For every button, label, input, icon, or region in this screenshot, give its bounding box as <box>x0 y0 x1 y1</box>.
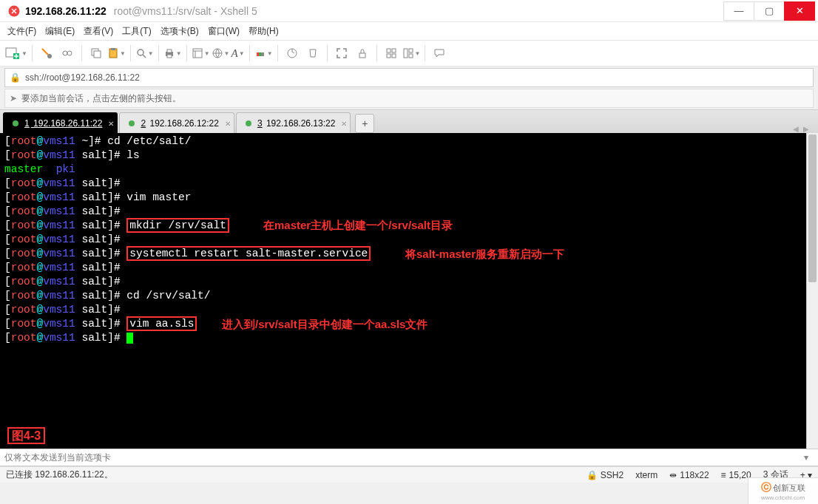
title-main: 192.168.26.11:22 <box>25 5 107 17</box>
close-icon[interactable]: ✕ <box>108 119 114 127</box>
send-input[interactable] <box>4 452 799 463</box>
status-ssh: 🔒 SSH2 <box>587 470 623 480</box>
svg-rect-7 <box>94 51 101 58</box>
properties-button[interactable]: ▼ <box>192 47 210 59</box>
tab-strip: 1 192.168.26.11:22 ✕ 2 192.168.26.12:22 … <box>0 109 818 133</box>
chat-button[interactable] <box>430 43 449 64</box>
svg-rect-14 <box>193 49 202 58</box>
titlebar: 192.168.26.11:22 root@vms11:/srv/salt - … <box>0 0 818 22</box>
status-dot-icon <box>129 120 135 126</box>
svg-rect-17 <box>257 52 259 56</box>
new-session-button[interactable]: ▼ <box>4 46 27 61</box>
title-sub: root@vms11:/srv/salt - Xshell 5 <box>114 5 257 17</box>
maximize-button[interactable]: ▢ <box>754 1 785 21</box>
menubar: 文件(F) 编辑(E) 查看(V) 工具(T) 选项卡(B) 窗口(W) 帮助(… <box>0 22 818 40</box>
status-term: xterm <box>635 470 658 480</box>
svg-point-3 <box>47 54 52 58</box>
menu-tools[interactable]: 工具(T) <box>122 25 151 38</box>
svg-rect-24 <box>392 54 396 58</box>
status-size: ⇹ 118x22 <box>669 470 709 480</box>
svg-rect-23 <box>387 54 391 58</box>
terminal[interactable]: [root@vms11 ~]# cd /etc/salt/[root@vms11… <box>0 133 806 449</box>
tab-nav: ◀ ▶ <box>793 125 815 133</box>
status-dot-icon <box>246 120 251 126</box>
paste-button[interactable]: ▼ <box>107 47 126 59</box>
watermark: ⓒ创新互联 www.cdcxhl.com <box>748 477 818 504</box>
terminal-scrollbar[interactable] <box>806 133 818 449</box>
toolbar: ▼ ▼ ▼ ▼ ▼ ▼ A▼ ▼ ▼ <box>0 40 818 67</box>
fullscreen-button[interactable] <box>332 43 351 64</box>
window-controls: — ▢ ✕ <box>724 1 815 21</box>
lock-button[interactable] <box>353 43 372 64</box>
encoding-button[interactable]: ▼ <box>212 47 230 59</box>
lock-icon: 🔒 <box>10 72 21 83</box>
session-tab-1[interactable]: 1 192.168.26.11:22 ✕ <box>3 112 118 133</box>
annotation: 将salt-master服务重新启动一下 <box>405 247 564 261</box>
hint-text: 要添加当前会话，点击左侧的箭头按钮。 <box>21 92 181 105</box>
find-button[interactable]: ▼ <box>135 47 154 59</box>
status-connection: 已连接 192.168.26.11:22。 <box>6 469 575 481</box>
svg-rect-12 <box>167 50 172 52</box>
arrow-icon[interactable]: ➤ <box>10 93 17 103</box>
annotation: 在master主机上创建一个/srv/salt目录 <box>263 218 453 232</box>
svg-rect-13 <box>167 55 172 58</box>
svg-point-5 <box>67 51 72 55</box>
minimize-button[interactable]: — <box>723 1 754 21</box>
figure-label: 图4-3 <box>7 427 45 444</box>
copy-button[interactable] <box>87 43 106 64</box>
svg-rect-20 <box>359 53 365 58</box>
print-button[interactable]: ▼ <box>163 47 182 59</box>
svg-point-10 <box>138 50 143 55</box>
send-bar: ▾ <box>0 449 818 466</box>
status-dot-icon <box>13 120 18 126</box>
script-button[interactable] <box>303 43 322 64</box>
svg-rect-18 <box>259 52 261 56</box>
session-tab-2[interactable]: 2 192.168.26.12:22 ✕ <box>119 112 234 133</box>
layout-button[interactable]: ▼ <box>402 47 421 59</box>
reconnect-button[interactable] <box>37 43 56 64</box>
session-tab-3[interactable]: 3 192.168.26.13:22 ✕ <box>236 112 351 133</box>
address-bar[interactable]: 🔒 ssh://root@192.168.26.11:22 <box>4 68 814 87</box>
close-button[interactable]: ✕ <box>784 1 815 21</box>
menu-window[interactable]: 窗口(W) <box>208 25 240 38</box>
xagent-button[interactable] <box>283 43 302 64</box>
font-button[interactable]: A▼ <box>231 47 245 60</box>
svg-rect-9 <box>111 48 115 50</box>
address-text: ssh://root@192.168.26.11:22 <box>25 72 140 83</box>
status-bar: 已连接 192.168.26.11:22。 🔒 SSH2 xterm ⇹ 118… <box>0 466 818 483</box>
color-scheme-button[interactable]: ▼ <box>254 47 273 59</box>
svg-point-4 <box>63 51 67 55</box>
svg-rect-25 <box>404 49 408 58</box>
menu-tabs[interactable]: 选项卡(B) <box>160 25 199 38</box>
svg-rect-21 <box>387 49 391 52</box>
svg-rect-26 <box>409 49 413 52</box>
terminal-area: [root@vms11 ~]# cd /etc/salt/[root@vms11… <box>0 133 818 449</box>
send-dropdown-button[interactable]: ▾ <box>799 452 814 463</box>
menu-edit[interactable]: 编辑(E) <box>45 25 75 38</box>
tab-prev-button[interactable]: ◀ <box>793 125 799 133</box>
hint-bar: ➤ 要添加当前会话，点击左侧的箭头按钮。 <box>4 89 814 108</box>
app-icon <box>7 4 21 18</box>
annotation: 进入到/srv/salt目录中创建一个aa.sls文件 <box>222 317 427 331</box>
menu-help[interactable]: 帮助(H) <box>249 25 279 38</box>
menu-view[interactable]: 查看(V) <box>84 25 113 38</box>
tab-next-button[interactable]: ▶ <box>803 125 809 133</box>
close-icon[interactable]: ✕ <box>341 119 347 127</box>
disconnect-button[interactable] <box>58 43 77 64</box>
svg-rect-22 <box>392 49 396 52</box>
grid-button[interactable] <box>382 43 401 64</box>
close-icon[interactable]: ✕ <box>225 119 231 127</box>
add-tab-button[interactable]: + <box>355 114 374 133</box>
status-pos: ≡ 15,20 <box>721 470 751 480</box>
menu-file[interactable]: 文件(F) <box>7 25 36 38</box>
svg-rect-27 <box>409 54 413 58</box>
